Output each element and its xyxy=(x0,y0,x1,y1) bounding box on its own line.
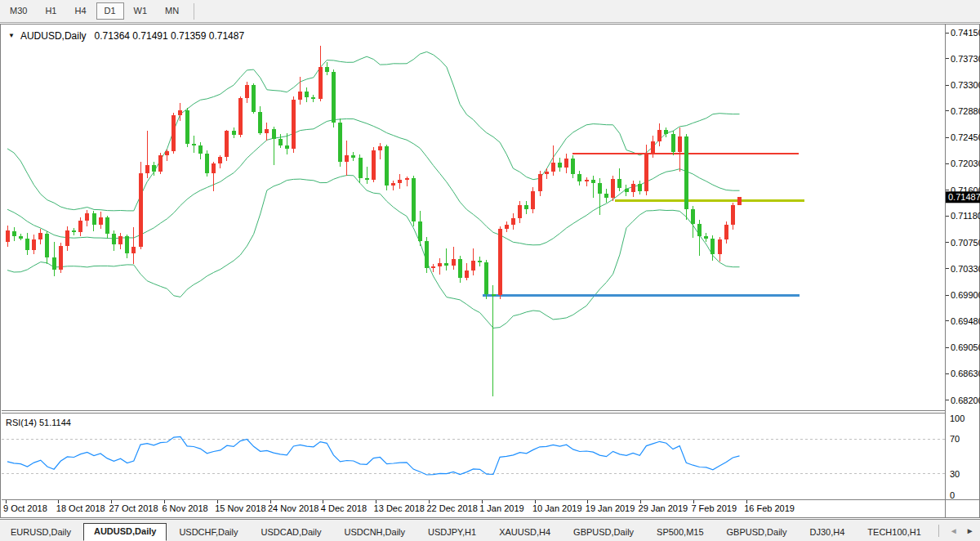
candle xyxy=(657,123,662,146)
price-axis-label: 0.69480 xyxy=(951,316,980,326)
tab-eurusd-daily[interactable]: EURUSD,Daily xyxy=(0,524,82,541)
candle xyxy=(524,201,528,215)
candle xyxy=(218,155,222,168)
candle-body xyxy=(172,115,176,151)
tab-audusd-daily[interactable]: AUDUSD,Daily xyxy=(83,523,167,541)
tab-separator xyxy=(938,525,939,537)
tab-dj30-h4[interactable]: DJ30,H4 xyxy=(800,524,856,541)
tab-usdchf-daily[interactable]: USDCHF,Daily xyxy=(168,524,248,541)
candle-body xyxy=(252,85,256,112)
price-axis-label: 0.68630 xyxy=(951,369,980,378)
candle-body xyxy=(198,145,203,154)
tab-gbpusd-daily[interactable]: GBPUSD,Daily xyxy=(716,524,798,541)
candle-body xyxy=(492,294,496,296)
candle xyxy=(492,285,496,396)
candle xyxy=(305,87,309,102)
candle-body xyxy=(631,184,635,192)
candle xyxy=(238,96,243,137)
candle xyxy=(351,152,355,161)
candle xyxy=(691,206,695,238)
candle-body xyxy=(511,218,515,225)
candle-body xyxy=(644,153,648,192)
chart-collapse-icon[interactable]: ▼ xyxy=(8,32,15,39)
candle xyxy=(245,82,249,104)
candle xyxy=(644,145,648,195)
time-axis-label: 19 Jan 2019 xyxy=(586,503,635,513)
price-axis-label: 0.68200 xyxy=(951,396,980,405)
chart-canvas[interactable]: 0.741500.737300.733000.728800.724500.720… xyxy=(0,24,980,519)
candle-body xyxy=(285,145,289,150)
candle xyxy=(737,197,742,205)
timeframe-button-m30[interactable]: M30 xyxy=(2,2,35,20)
rsi-axis-label: 0 xyxy=(950,490,955,500)
candle xyxy=(332,69,336,127)
candle-body xyxy=(332,72,336,123)
candle-body xyxy=(105,217,109,234)
candle xyxy=(598,178,602,215)
candle-body xyxy=(571,159,575,174)
candle-body xyxy=(405,178,409,180)
candle-body xyxy=(85,213,89,220)
candle xyxy=(345,141,349,175)
candle-body xyxy=(265,129,269,133)
timeframe-button-mn[interactable]: MN xyxy=(157,2,187,20)
candle xyxy=(92,211,96,230)
price-axis-label: 0.70750 xyxy=(951,238,980,248)
tab-scroll-right-icon[interactable]: ► xyxy=(962,525,978,537)
candle-body xyxy=(178,110,182,116)
tab-xauusd-h4[interactable]: XAUUSD,H4 xyxy=(488,524,561,541)
candle xyxy=(638,181,642,194)
tab-sp500-m15[interactable]: SP500,M15 xyxy=(646,524,714,541)
timeframe-button-w1[interactable]: W1 xyxy=(126,2,156,20)
chart-symbol-label: AUDUSD,Daily xyxy=(20,30,87,42)
tab-usdcad-daily[interactable]: USDCAD,Daily xyxy=(251,524,332,541)
candle-body xyxy=(724,225,728,239)
candle-body xyxy=(245,85,249,99)
candle xyxy=(505,221,509,233)
time-axis-label: 15 Nov 2018 xyxy=(215,503,265,513)
timeframe-button-h4[interactable]: H4 xyxy=(66,2,94,20)
time-axis-label: 9 Oct 2018 xyxy=(3,503,47,513)
candle xyxy=(59,243,63,273)
candle xyxy=(625,185,629,196)
timeframe-button-h1[interactable]: H1 xyxy=(37,2,65,20)
candle xyxy=(591,176,595,198)
price-axis-label: 0.74150 xyxy=(951,28,980,38)
candle-body xyxy=(99,217,103,225)
tab-usdcnh-daily[interactable]: USDCNH,Daily xyxy=(333,524,416,541)
candle xyxy=(72,228,76,235)
candle-body xyxy=(212,163,216,172)
timeframe-button-d1[interactable]: D1 xyxy=(96,2,124,20)
candle xyxy=(205,150,209,177)
tab-scroll-left-icon[interactable]: ◄ xyxy=(946,525,962,537)
time-axis-label: 18 Oct 2018 xyxy=(56,503,105,513)
candle-body xyxy=(704,236,708,239)
candle xyxy=(118,233,122,249)
candle-body xyxy=(19,236,23,239)
candle-body xyxy=(72,230,76,232)
candle-body xyxy=(152,165,156,172)
candle xyxy=(471,248,475,275)
candle-body xyxy=(65,230,69,246)
candle xyxy=(292,96,296,153)
candle-body xyxy=(78,221,82,232)
candle xyxy=(152,162,156,176)
candle-body xyxy=(311,97,315,99)
candle xyxy=(431,264,435,271)
tab-tech100-h1[interactable]: TECH100,H1 xyxy=(857,524,931,541)
tab-scroll-controls: ◄► xyxy=(932,520,980,541)
candle xyxy=(185,108,189,147)
candle xyxy=(359,154,363,183)
tab-gbpusd-daily[interactable]: GBPUSD,Daily xyxy=(563,524,644,541)
time-axis-label: 4 Dec 2018 xyxy=(321,503,367,513)
candle xyxy=(372,147,376,182)
rsi-axis-label: 100 xyxy=(950,414,964,423)
candle-body xyxy=(518,205,522,218)
candle xyxy=(6,226,10,248)
candle xyxy=(518,201,522,222)
candle-body xyxy=(372,150,376,180)
tab-usdjpy-h1[interactable]: USDJPY,H1 xyxy=(417,524,487,541)
toolbar-separator xyxy=(194,3,194,20)
candle xyxy=(425,237,429,273)
candle xyxy=(338,118,342,167)
